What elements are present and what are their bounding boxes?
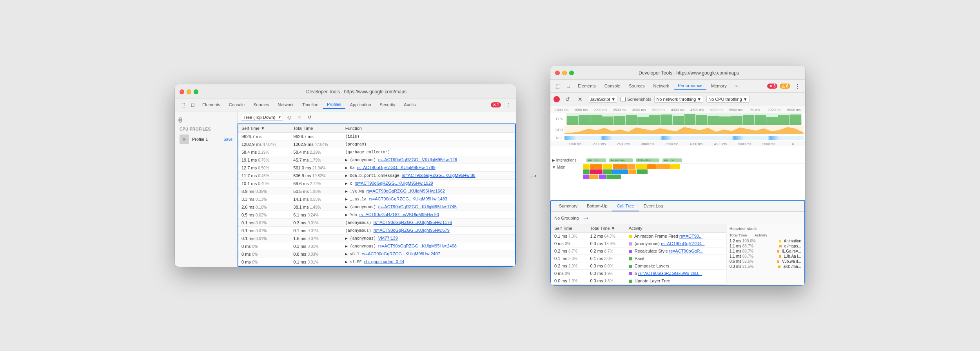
left-devtools-window: Developer Tools - https://www.google.com… [175,84,516,267]
col-function[interactable]: Function [342,124,515,133]
clear-icon-perf[interactable]: ✕ [575,95,585,104]
save-link[interactable]: Save [223,137,232,142]
js-dropdown[interactable]: JavaScript ▼ [588,96,617,103]
tab-console-right[interactable]: Console [601,82,624,90]
tab-sources-right[interactable]: Sources [625,82,648,90]
js-label: JavaScript [590,97,610,102]
interactions-row: ▶ Interactions Ani...ion Animation Anima… [550,157,805,164]
refresh-icon[interactable]: ↺ [306,113,314,121]
interactions-label[interactable]: ▶ Interactions [552,158,583,162]
ruler-4000: 4000 ms [668,108,687,112]
h-dot-4 [779,255,781,258]
ct-self: 0.2 ms 2.0% [551,262,587,270]
tab-event-log[interactable]: Event Log [639,201,668,211]
screenshots-checkbox[interactable] [621,97,626,102]
tab-console[interactable]: Console [225,101,249,109]
h-dot-1 [779,240,781,242]
col-total-time-ct[interactable]: Total Time ▼ [587,224,625,233]
cursor-icon[interactable]: ⬚ [178,100,187,109]
activity-dot [629,235,632,238]
table-row: 8.9 ms 0.35% 50.5 ms 1.98% ▶ _VK.wa rs=A… [238,187,515,195]
screenshots-checkbox-label[interactable]: Screenshots [621,97,651,102]
calltree-row: 0 ms 0% 0.0 ms 1.9% b rs=ACT90oGqRZGGxuW… [551,270,726,277]
calltree-content: Self Time Total Time ▼ Activity 0.1 ms 7… [551,224,804,285]
menu-icon-right[interactable]: ⋮ [793,81,802,91]
tab-application[interactable]: Application [346,101,375,109]
flame-row-3 [583,175,804,179]
activity-dot [629,257,632,260]
table-row: 3.3 ms 0.13% 14.1 ms 0.55% ▶ _.as.la rs=… [238,195,515,203]
heaviest-header: Total Time Activity [730,233,801,237]
flame-spacer-2 [648,169,804,174]
activity-dot [629,250,632,253]
tab-call-tree[interactable]: Call Tree [612,201,639,211]
ruler-60: 60 ms [746,108,765,112]
table-row: 0.1 ms 0.01% 0.1 ms 0.01% (anonymous) rs… [238,227,515,235]
close-button-left[interactable] [180,89,184,94]
timeline-area: 1000 ms 1500 ms 2000 ms 2500 ms 3000 ms … [550,106,805,157]
maximize-button-right[interactable] [569,71,574,75]
reload-icon-perf[interactable]: ↺ [563,95,572,104]
col-self-time[interactable]: Self Time ▼ [238,124,290,133]
col-self-time-ct[interactable]: Self Time [551,224,587,233]
fps-bar [731,116,742,125]
maximize-button-left[interactable] [194,89,198,94]
ruler-3000: 3000 ms [630,108,649,112]
stop-button[interactable] [178,117,182,123]
tab-summary[interactable]: Summary [554,201,582,211]
menu-icon-left[interactable]: ⋮ [503,100,513,109]
ruler2-6: 6 [781,142,805,146]
fps-bar [637,117,649,125]
mobile-icon[interactable]: □ [188,100,198,109]
left-sidebar: CPU PROFILES ⊞ Profile 1 Save [175,111,238,267]
tab-elements-right[interactable]: Elements [574,82,600,90]
flame-block-orange-1 [628,169,636,174]
fps-row: FPS [550,113,805,124]
record-button-perf[interactable] [554,96,560,102]
minimize-button-right[interactable] [562,71,567,75]
tab-security[interactable]: Security [376,101,399,109]
flame-block-5 [636,164,647,169]
col-total-time[interactable]: Total Time [290,124,342,133]
tree-select[interactable]: Tree (Top Down) [241,114,283,121]
ct-self: 0.0 ms 1.3% [551,277,587,285]
cursor-icon-right[interactable]: ⬚ [554,81,563,91]
close-button-right[interactable] [555,71,560,75]
tab-network[interactable]: Network [274,101,298,109]
table-row: 2.6 ms 0.10% 38.1 ms 1.49% ▶ (anonymous)… [238,203,515,211]
anim-block-4: An...on [662,158,682,162]
sidebar-profile1[interactable]: ⊞ Profile 1 Save [175,133,237,145]
fps-bar [590,115,602,125]
left-toolbar: ⬚ □ Elements Console Sources Network Tim… [175,98,516,111]
main-label[interactable]: ▼ Main [552,164,583,169]
net-throttle-dropdown[interactable]: No network throttling ▼ [654,96,703,103]
focus-icon[interactable]: ◎ [285,113,293,121]
ruler2-2500: 2500 ms [612,142,636,146]
tab-sources[interactable]: Sources [249,101,273,109]
col-activity-ct[interactable]: Activity [626,224,726,233]
tab-elements[interactable]: Elements [198,101,224,109]
flame-spacer-3 [621,175,804,179]
tab-profiles[interactable]: Profiles [323,100,345,109]
flame-spacer [681,164,804,169]
minimize-button-left[interactable] [187,89,191,94]
tab-performance[interactable]: Performance [674,82,706,90]
tab-network-right[interactable]: Network [650,82,673,90]
net-chevron: ▼ [697,97,701,102]
fps-bars [566,113,802,125]
ruler2-5000: 5000 ms [733,142,757,146]
tab-bottom-up[interactable]: Bottom-Up [582,201,612,211]
right-devtools-window: Developer Tools - https://www.google.com… [550,65,805,286]
calltree-row: 0.1 ms 3.0% 0.1 ms 3.0% Paint [551,255,726,262]
arrow-connector: → [528,169,539,182]
mobile-icon-right[interactable]: □ [564,81,573,91]
tab-audits[interactable]: Audits [400,101,420,109]
tab-memory[interactable]: Memory [707,82,731,90]
cpu-throttle-dropdown[interactable]: No CPU throttling ▼ [706,96,749,103]
tab-more[interactable]: » [731,82,742,90]
tab-timeline[interactable]: Timeline [298,101,322,109]
fps-bar [778,115,789,125]
calltree-row: 0.0 ms 1.3% 0.0 ms 1.3% Update Layer Tre… [551,277,726,285]
ruler-5500: 5500 ms [726,108,746,112]
table-row: 10.1 ms 0.40% 69.6 ms 2.72% ▶ c rs=ACT90… [238,180,515,187]
